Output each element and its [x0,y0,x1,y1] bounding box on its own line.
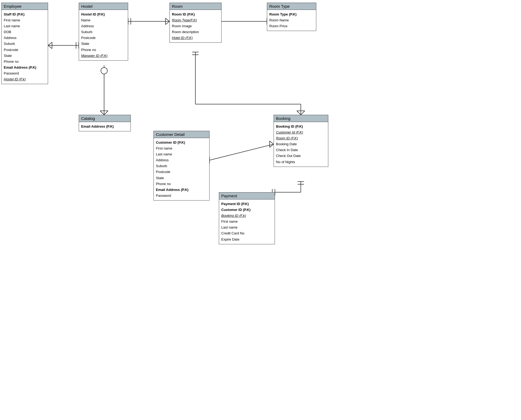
entity-roomtype: Room TypeRoom Type (P.K)Room NameRoom Pr… [267,3,316,31]
entity-catalog: CatalogEmail Address (P.K) [79,115,131,131]
field-customerdetail-0: Customer ID (P.K) [156,140,207,146]
field-employee-7: State [4,53,46,59]
svg-point-20 [101,68,107,74]
entity-room: RoomRoom ID (P.K)Room Type(F.K)Room Imag… [169,3,222,43]
field-payment-6: Expire Date [221,237,273,242]
entity-header-catalog: Catalog [79,115,131,122]
field-employee-4: Address [4,35,46,41]
field-roomtype-1: Room Name [269,17,314,23]
entity-customerdetail: Customer DetailCustomer ID (P.K)First na… [153,131,210,201]
field-customerdetail-5: Postcode [156,169,207,175]
entity-body-catalog: Email Address (P.K) [79,122,131,131]
svg-line-34 [270,141,274,144]
field-employee-1: First name [4,17,46,23]
svg-line-29 [297,111,301,115]
svg-line-4 [48,45,52,49]
field-room-0: Room ID (P.K) [172,11,219,17]
entity-body-roomtype: Room Type (P.K)Room NameRoom Price [267,10,316,31]
svg-line-22 [104,111,108,115]
field-booking-0: Booking ID (P.K) [276,124,326,129]
field-booking-2: Room ID (F.K) [276,135,326,141]
field-hostel-2: Address [81,23,126,29]
svg-line-21 [100,111,104,115]
field-catalog-0: Email Address (P.K) [81,124,128,129]
field-employee-5: Suburb [4,41,46,47]
field-employee-6: Postcode [4,47,46,53]
entity-booking: BookingBooking ID (P.K)Customer Id (F.K)… [274,115,328,167]
field-room-3: Room description [172,29,219,35]
field-customerdetail-9: Password [156,193,207,199]
field-payment-1: Customer ID (P.K) [221,207,273,213]
svg-line-32 [210,144,274,160]
field-customerdetail-2: Last name [156,151,207,157]
field-hostel-1: Name [81,17,126,23]
field-customerdetail-6: State [156,175,207,181]
entity-body-employee: Staff ID (P.K)First nameLast nameDOBAddr… [2,10,48,84]
field-customerdetail-3: Address [156,157,207,163]
field-hostel-3: Suburb [81,29,126,35]
svg-line-35 [270,144,274,147]
field-booking-6: No of Nights [276,159,326,165]
field-customerdetail-4: Suburb [156,163,207,169]
entity-body-room: Room ID (P.K)Room Type(F.K)Room ImageRoo… [170,10,221,42]
field-employee-9: Email Address (P.K) [4,65,46,70]
field-employee-2: Last name [4,23,46,29]
field-booking-4: Check In Date [276,147,326,153]
field-booking-5: Check Out Date [276,153,326,159]
field-employee-10: Password [4,70,46,76]
field-payment-0: Payment ID (P.K) [221,201,273,207]
entity-header-booking: Booking [274,115,328,122]
field-payment-4: Last name [221,225,273,230]
entity-header-roomtype: Room Type [267,3,316,10]
entity-body-payment: Payment ID (P.K)Customer ID (P.K)Booking… [219,199,275,244]
field-payment-2: Booking ID (F.k) [221,213,273,219]
field-hostel-0: Hostel ID (P.K) [81,11,126,17]
field-customerdetail-7: Phone no [156,181,207,187]
field-room-1: Room Type(F.K) [172,17,219,23]
field-booking-1: Customer Id (F.K) [276,129,326,135]
entity-body-hostel: Hostel ID (P.K)NameAddressSuburbPostcode… [79,10,128,60]
entity-header-employee: Employee [2,3,48,10]
entity-body-booking: Booking ID (P.K)Customer Id (F.K)Room ID… [274,122,328,167]
field-booking-3: Booking Date [276,141,326,147]
field-roomtype-0: Room Type (P.K) [269,11,314,17]
field-payment-3: First name [221,219,273,225]
svg-line-3 [48,42,52,45]
entity-header-payment: Payment [219,193,275,199]
svg-line-10 [165,21,169,25]
entity-payment: PaymentPayment ID (P.K)Customer ID (P.K)… [219,192,275,244]
entity-body-customerdetail: Customer ID (P.K)First nameLast nameAddr… [154,138,209,200]
entity-header-customerdetail: Customer Detail [154,131,209,138]
entity-header-hostel: Hostel [79,3,128,10]
field-employee-3: DOB [4,29,46,35]
entity-hostel: HostelHostel ID (P.K)NameAddressSuburbPo… [79,3,128,61]
svg-line-30 [301,111,305,115]
field-employee-11: Hostel ID (F.k) [4,76,46,82]
field-employee-0: Staff ID (P.K) [4,11,46,17]
entity-header-room: Room [170,3,221,10]
svg-line-9 [165,18,169,21]
field-room-4: Hotel ID (F.K) [172,35,219,41]
field-hostel-6: Phone no [81,47,126,53]
field-room-2: Room Image [172,23,219,29]
field-payment-5: Credit Card No [221,230,273,236]
field-hostel-5: State [81,41,126,47]
field-employee-8: Phone no [4,59,46,65]
field-hostel-4: Postcode [81,35,126,41]
field-customerdetail-1: First name [156,146,207,151]
field-hostel-7: Manager ID (F.K) [81,53,126,59]
entity-employee: EmployeeStaff ID (P.K)First nameLast nam… [1,3,48,84]
field-roomtype-2: Room Price [269,23,314,29]
field-customerdetail-8: Email Address (P.K) [156,187,207,193]
